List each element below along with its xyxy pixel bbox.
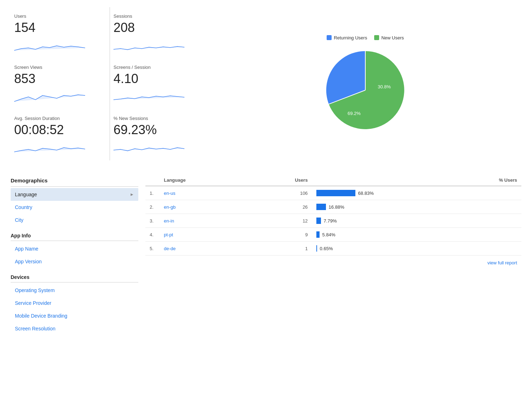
language-cell[interactable]: pt-pt <box>160 228 249 242</box>
sparkline-screens-session <box>113 89 184 103</box>
sparkline-new-sessions <box>113 140 184 154</box>
language-cell[interactable]: en-gb <box>160 200 249 214</box>
metric-avg-duration-label: Avg. Session Duration <box>14 116 102 121</box>
metrics-section: Users 154 Sessions 208 <box>11 7 521 160</box>
metric-users-value: 154 <box>14 20 102 35</box>
pie-returning-pct-label: 30.8% <box>378 84 391 89</box>
rank-cell: 5. <box>145 242 160 256</box>
sidebar-item-app-name[interactable]: App Name <box>11 242 138 255</box>
legend-new-dot <box>374 35 379 40</box>
pct-cell: 7.79% <box>312 214 521 228</box>
metric-screens-session-value: 4.10 <box>113 71 202 86</box>
table-row: 4. pt-pt 9 5.84% <box>145 228 521 242</box>
sidebar-item-screen-resolution[interactable]: Screen Resolution <box>11 322 138 335</box>
sidebar-os-label: Operating System <box>15 287 55 293</box>
sparkline-sessions <box>113 38 184 52</box>
sidebar-screen-resolution-label: Screen Resolution <box>15 326 55 331</box>
metric-avg-duration: Avg. Session Duration 00:08:52 <box>11 109 110 160</box>
bar <box>316 245 317 252</box>
sidebar-mobile-branding-label: Mobile Device Branding <box>15 313 67 319</box>
sidebar-item-service-provider[interactable]: Service Provider <box>11 297 138 309</box>
rank-cell: 1. <box>145 186 160 200</box>
sidebar-item-language[interactable]: Language ► <box>11 188 138 201</box>
app-info-title: App Info <box>11 229 138 241</box>
pie-container: Returning Users New Users <box>319 32 411 136</box>
pct-value: 0.65% <box>320 246 333 251</box>
table-row: 1. en-us 106 68.83% <box>145 186 521 200</box>
metric-users-label: Users <box>14 13 102 19</box>
sparkline-screenviews <box>14 89 85 103</box>
sidebar-item-country[interactable]: Country <box>11 201 138 214</box>
col-rank-header <box>145 175 160 186</box>
metric-avg-duration-value: 00:08:52 <box>14 122 102 137</box>
metric-sessions-value: 208 <box>113 20 202 35</box>
metric-screenviews: Screen Views 853 <box>11 58 110 109</box>
view-full-report-link[interactable]: view full report <box>487 260 517 265</box>
dashboard: Users 154 Sessions 208 <box>0 0 532 342</box>
chart-legend: Returning Users New Users <box>327 35 404 40</box>
metric-screens-session: Screens / Session 4.10 <box>110 58 209 109</box>
legend-new: New Users <box>374 35 404 40</box>
users-cell: 9 <box>249 228 312 242</box>
legend-returning-dot <box>327 35 332 40</box>
users-cell: 106 <box>249 186 312 200</box>
demographics-title: Demographics <box>11 175 138 187</box>
pct-cell: 5.84% <box>312 228 521 242</box>
pct-value: 16.88% <box>329 204 344 210</box>
bar <box>316 231 320 238</box>
legend-returning-label: Returning Users <box>334 35 367 40</box>
pie-chart: 30.8% 69.2% <box>319 44 411 136</box>
language-cell[interactable]: en-us <box>160 186 249 200</box>
col-users-header: Users <box>249 175 312 186</box>
legend-returning: Returning Users <box>327 35 367 40</box>
language-cell[interactable]: en-in <box>160 214 249 228</box>
metric-new-sessions: % New Sessions 69.23% <box>110 109 209 160</box>
pie-new-pct-label: 69.2% <box>348 111 361 116</box>
sidebar-country-label: Country <box>15 204 32 210</box>
bar <box>316 190 355 196</box>
metrics-grid-container: Users 154 Sessions 208 <box>11 7 209 160</box>
table-row: 3. en-in 12 7.79% <box>145 214 521 228</box>
metric-sessions: Sessions 208 <box>110 7 209 58</box>
sidebar-language-label: Language <box>15 192 37 197</box>
legend-new-label: New Users <box>381 35 404 40</box>
users-cell: 26 <box>249 200 312 214</box>
chevron-right-icon: ► <box>130 192 134 197</box>
sparkline-avg-duration <box>14 140 85 154</box>
sidebar: Demographics Language ► Country City App… <box>11 175 145 335</box>
sidebar-app-name-label: App Name <box>15 246 38 252</box>
sidebar-service-provider-label: Service Provider <box>15 300 51 306</box>
col-pct-header: % Users <box>312 175 521 186</box>
rank-cell: 4. <box>145 228 160 242</box>
metric-screenviews-value: 853 <box>14 71 102 86</box>
pie-chart-container: Returning Users New Users <box>209 7 521 160</box>
rank-cell: 3. <box>145 214 160 228</box>
metric-sessions-label: Sessions <box>113 13 202 19</box>
users-cell: 1 <box>249 242 312 256</box>
pct-value: 7.79% <box>324 218 337 224</box>
sidebar-item-os[interactable]: Operating System <box>11 284 138 297</box>
devices-title: Devices <box>11 271 138 282</box>
pct-value: 68.83% <box>358 191 374 196</box>
language-cell[interactable]: de-de <box>160 242 249 256</box>
language-table: Language Users % Users 1. en-us 106 68.8… <box>145 175 521 256</box>
sparkline-users <box>14 38 85 52</box>
metric-new-sessions-label: % New Sessions <box>113 116 202 121</box>
bar <box>316 204 326 210</box>
sidebar-item-app-version[interactable]: App Version <box>11 255 138 268</box>
col-language-header: Language <box>160 175 249 186</box>
table-row: 2. en-gb 26 16.88% <box>145 200 521 214</box>
sidebar-city-label: City <box>15 217 23 223</box>
sidebar-item-city[interactable]: City <box>11 214 138 226</box>
demographics-section: Demographics Language ► Country City App… <box>11 175 521 335</box>
pct-cell: 68.83% <box>312 186 521 200</box>
pct-cell: 16.88% <box>312 200 521 214</box>
metric-screens-session-label: Screens / Session <box>113 65 202 70</box>
bar <box>316 218 321 224</box>
sidebar-app-version-label: App Version <box>15 259 42 264</box>
sidebar-item-mobile-branding[interactable]: Mobile Device Branding <box>11 309 138 322</box>
users-cell: 12 <box>249 214 312 228</box>
content-panel: Language Users % Users 1. en-us 106 68.8… <box>145 175 521 335</box>
pct-cell: 0.65% <box>312 242 521 256</box>
metric-new-sessions-value: 69.23% <box>113 122 202 137</box>
